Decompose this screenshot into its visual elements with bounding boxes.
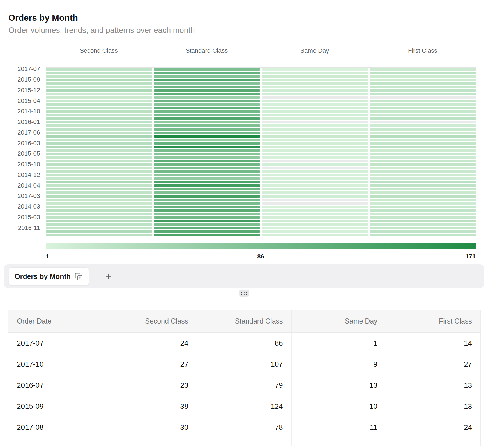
heatmap-cell[interactable] bbox=[46, 146, 152, 148]
heatmap-cell[interactable] bbox=[46, 79, 152, 81]
heatmap-cell[interactable] bbox=[154, 220, 260, 222]
heatmap-cell[interactable] bbox=[46, 202, 152, 205]
heatmap-cell[interactable] bbox=[370, 191, 476, 194]
copy-plus-icon[interactable] bbox=[75, 273, 83, 281]
heatmap-cell[interactable] bbox=[46, 110, 152, 113]
heatmap-cell[interactable] bbox=[262, 213, 368, 215]
heatmap-cell[interactable] bbox=[370, 209, 476, 212]
heatmap-cell[interactable] bbox=[370, 153, 476, 155]
heatmap-cell[interactable] bbox=[154, 227, 260, 229]
heatmap-cell[interactable] bbox=[46, 181, 152, 184]
heatmap-cell[interactable] bbox=[370, 96, 476, 99]
heatmap-cell[interactable] bbox=[154, 209, 260, 212]
heatmap-cell[interactable] bbox=[46, 234, 152, 236]
heatmap-cell[interactable] bbox=[370, 110, 476, 113]
heatmap-cell[interactable] bbox=[154, 153, 260, 155]
heatmap-cell[interactable] bbox=[262, 72, 368, 74]
heatmap-cell[interactable] bbox=[154, 124, 260, 127]
heatmap-cell[interactable] bbox=[46, 199, 152, 201]
heatmap-cell[interactable] bbox=[262, 75, 368, 78]
heatmap-cell[interactable] bbox=[262, 86, 368, 88]
heatmap-cell[interactable] bbox=[370, 181, 476, 184]
heatmap-cell[interactable] bbox=[154, 202, 260, 205]
heatmap-cell[interactable] bbox=[262, 107, 368, 109]
heatmap-cell[interactable] bbox=[262, 160, 368, 162]
heatmap-cell[interactable] bbox=[262, 149, 368, 152]
heatmap-cell[interactable] bbox=[154, 149, 260, 152]
heatmap-cell[interactable] bbox=[262, 227, 368, 229]
heatmap-cell[interactable] bbox=[154, 142, 260, 145]
heatmap-cell[interactable] bbox=[46, 206, 152, 208]
heatmap-cell[interactable] bbox=[46, 160, 152, 162]
heatmap-cell[interactable] bbox=[262, 209, 368, 212]
heatmap-cell[interactable] bbox=[154, 89, 260, 92]
heatmap-cell[interactable] bbox=[46, 139, 152, 141]
heatmap-cell[interactable] bbox=[370, 234, 476, 236]
heatmap-cell[interactable] bbox=[154, 234, 260, 236]
heatmap-cell[interactable] bbox=[262, 100, 368, 102]
heatmap-cell[interactable] bbox=[46, 170, 152, 173]
heatmap-cell[interactable] bbox=[46, 117, 152, 120]
heatmap-cell[interactable] bbox=[154, 191, 260, 194]
heatmap-cell[interactable] bbox=[154, 195, 260, 198]
heatmap-cell[interactable] bbox=[154, 163, 260, 166]
heatmap-cell[interactable] bbox=[370, 107, 476, 109]
heatmap-cell[interactable] bbox=[262, 220, 368, 222]
heatmap-cell[interactable] bbox=[46, 216, 152, 219]
heatmap-cell[interactable] bbox=[154, 184, 260, 187]
heatmap-cell[interactable] bbox=[154, 75, 260, 78]
heatmap-cell[interactable] bbox=[46, 132, 152, 134]
heatmap-cell[interactable] bbox=[370, 170, 476, 173]
heatmap-cell[interactable] bbox=[370, 220, 476, 222]
heatmap-cell[interactable] bbox=[46, 142, 152, 145]
heatmap-cell[interactable] bbox=[262, 195, 368, 198]
heatmap-cell[interactable] bbox=[370, 132, 476, 134]
heatmap-cell[interactable] bbox=[46, 174, 152, 177]
heatmap-cell[interactable] bbox=[370, 124, 476, 127]
heatmap-cell[interactable] bbox=[262, 124, 368, 127]
heatmap-cell[interactable] bbox=[370, 202, 476, 205]
heatmap-cell[interactable] bbox=[46, 107, 152, 109]
heatmap-cell[interactable] bbox=[262, 156, 368, 159]
heatmap-cell[interactable] bbox=[154, 121, 260, 124]
heatmap-cell[interactable] bbox=[154, 174, 260, 177]
heatmap-cell[interactable] bbox=[46, 96, 152, 99]
heatmap-cell[interactable] bbox=[370, 82, 476, 85]
heatmap-cell[interactable] bbox=[370, 227, 476, 229]
heatmap-cell[interactable] bbox=[154, 146, 260, 148]
heatmap-cell[interactable] bbox=[46, 220, 152, 222]
heatmap-cell[interactable] bbox=[154, 93, 260, 95]
heatmap-cell[interactable] bbox=[370, 195, 476, 198]
heatmap-cell[interactable] bbox=[154, 213, 260, 215]
heatmap-cell[interactable] bbox=[46, 184, 152, 187]
heatmap-cell[interactable] bbox=[262, 121, 368, 124]
heatmap-cell[interactable] bbox=[46, 124, 152, 127]
heatmap-cell[interactable] bbox=[262, 114, 368, 117]
heatmap-cell[interactable] bbox=[154, 117, 260, 120]
heatmap-cell[interactable] bbox=[154, 128, 260, 131]
heatmap-cell[interactable] bbox=[154, 206, 260, 208]
heatmap-cell[interactable] bbox=[154, 100, 260, 102]
heatmap-cell[interactable] bbox=[154, 156, 260, 159]
heatmap-cell[interactable] bbox=[370, 128, 476, 131]
heatmap-cell[interactable] bbox=[262, 128, 368, 131]
heatmap-cell[interactable] bbox=[154, 199, 260, 201]
heatmap-cell[interactable] bbox=[154, 96, 260, 99]
heatmap-cell[interactable] bbox=[46, 167, 152, 169]
heatmap-cell[interactable] bbox=[370, 213, 476, 215]
heatmap-cell[interactable] bbox=[262, 167, 368, 169]
drag-handle[interactable] bbox=[239, 290, 249, 297]
heatmap-cell[interactable] bbox=[262, 170, 368, 173]
heatmap-cell[interactable] bbox=[262, 117, 368, 120]
heatmap-cell[interactable] bbox=[46, 156, 152, 159]
heatmap-cell[interactable] bbox=[370, 206, 476, 208]
heatmap-cell[interactable] bbox=[370, 223, 476, 226]
heatmap-cell[interactable] bbox=[46, 75, 152, 78]
heatmap-cell[interactable] bbox=[46, 195, 152, 198]
heatmap-cell[interactable] bbox=[46, 177, 152, 180]
heatmap-cell[interactable] bbox=[262, 174, 368, 177]
heatmap-cell[interactable] bbox=[262, 96, 368, 99]
heatmap-cell[interactable] bbox=[154, 107, 260, 109]
heatmap-cell[interactable] bbox=[262, 135, 368, 138]
heatmap-cell[interactable] bbox=[370, 167, 476, 169]
